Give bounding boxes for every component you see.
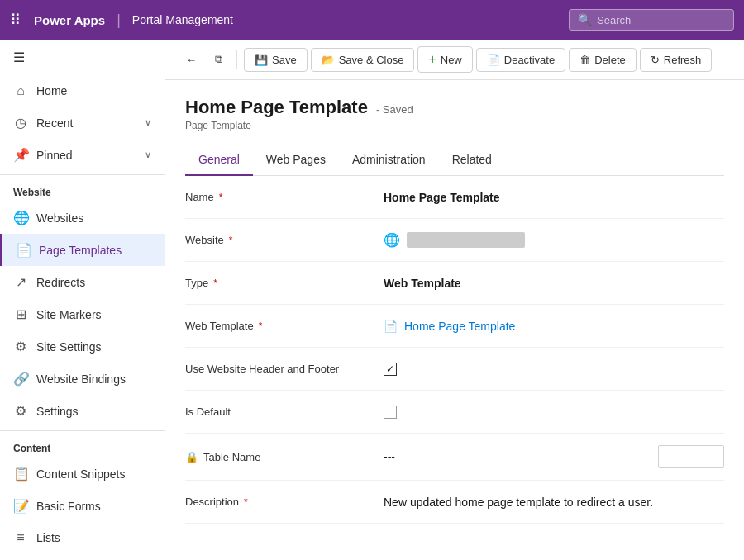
save-label: Save [272,54,297,66]
save-close-button[interactable]: 📂 Save & Close [311,48,415,72]
app-label: Portal Management [132,13,233,26]
sidebar-item-content-snippets[interactable]: 📋 Content Snippets [0,458,165,490]
new-button[interactable]: + New [417,46,472,73]
sidebar-item-basic-forms[interactable]: 📝 Basic Forms [0,490,165,522]
page-title: Home Page Template [185,97,368,118]
sidebar-site-markers-label: Site Markers [36,308,102,321]
header-footer-checkbox[interactable]: ✓ [384,363,397,376]
sidebar-item-home[interactable]: ⌂ Home [0,75,165,107]
website-label: Website * [185,234,384,246]
form-row-is-default: Is Default [185,391,724,434]
sidebar-item-websites[interactable]: 🌐 Websites [0,202,165,234]
form-row-web-template: Web Template * 📄 Home Page Template [185,305,724,348]
sidebar-item-settings[interactable]: ⚙ Settings [0,395,165,427]
website-bindings-icon: 🔗 [13,371,28,387]
sidebar-page-templates-label: Page Templates [39,244,122,257]
save-close-icon: 📂 [322,54,335,66]
type-required: * [213,278,217,289]
sidebar-divider-2 [0,430,165,431]
redirects-icon: ↗ [13,274,28,290]
header-footer-label: Use Website Header and Footer [185,363,384,375]
tab-related[interactable]: Related [439,145,505,176]
sidebar-basic-forms-label: Basic Forms [36,500,101,513]
table-name-input[interactable] [658,445,724,468]
pin-icon: 📌 [13,147,28,163]
site-markers-icon: ⊞ [13,306,28,322]
topbar: ⠿ Power Apps | Portal Management 🔍 [0,0,744,40]
delete-button[interactable]: 🗑 Delete [569,48,637,72]
sidebar-item-pinned[interactable]: 📌 Pinned ∨ [0,139,165,171]
content-area: ← ⧉ 💾 Save 📂 Save & Close + New 📄 Deacti… [165,40,744,560]
description-label: Description * [185,496,384,508]
new-label: New [441,54,462,66]
save-button[interactable]: 💾 Save [244,48,308,72]
sidebar: ☰ ⌂ Home ◷ Recent ∨ 📌 Pinned ∨ Website 🌐… [0,40,165,560]
tab-administration[interactable]: Administration [339,145,439,176]
sidebar-item-redirects[interactable]: ↗ Redirects [0,266,165,298]
page-header: Home Page Template - Saved Page Template [185,97,724,131]
page-subtitle: Page Template [185,120,724,131]
hamburger-button[interactable]: ☰ [0,40,165,75]
sidebar-settings-label: Settings [36,405,79,418]
deactivate-button[interactable]: 📄 Deactivate [476,48,565,72]
web-template-value[interactable]: 📄 Home Page Template [384,320,724,333]
web-template-required: * [259,320,263,332]
search-box[interactable]: 🔍 [569,9,734,31]
search-input[interactable] [597,14,725,26]
apps-icon[interactable]: ⠿ [10,11,21,29]
table-name-label: 🔒 Table Name [185,451,384,463]
name-label: Name * [185,191,384,203]
deactivate-label: Deactivate [504,54,555,66]
page-content: Home Page Template - Saved Page Template… [165,80,744,560]
description-text: New updated home page template to redire… [384,496,653,509]
settings-icon: ⚙ [13,403,28,419]
page-saved-status: - Saved [376,103,413,116]
form-row-table-name: 🔒 Table Name --- [185,434,724,481]
website-value: 🌐 ████████████ [384,232,724,248]
name-value: Home Page Template [384,191,724,204]
sidebar-divider-1 [0,174,165,175]
recent-icon: ◷ [13,115,28,131]
site-settings-icon: ⚙ [13,339,28,354]
sidebar-item-site-settings[interactable]: ⚙ Site Settings [0,330,165,363]
deactivate-icon: 📄 [487,54,500,66]
back-icon: ← [186,54,197,66]
main-layout: ☰ ⌂ Home ◷ Recent ∨ 📌 Pinned ∨ Website 🌐… [0,40,744,560]
website-required: * [229,235,233,246]
is-default-checkbox[interactable] [384,406,397,419]
doc-icon: 📄 [384,320,398,333]
is-default-label: Is Default [185,406,384,418]
websites-icon: 🌐 [13,210,28,225]
globe-icon: 🌐 [384,232,400,248]
home-icon: ⌂ [13,83,28,98]
type-value: Web Template [384,277,724,290]
form-area: Name * Home Page Template Website * 🌐 ██… [185,176,724,524]
back-button[interactable]: ← [179,48,204,72]
restore-button[interactable]: ⧉ [207,47,230,72]
new-icon: + [428,52,436,67]
basic-forms-icon: 📝 [13,498,28,514]
sidebar-item-recent[interactable]: ◷ Recent ∨ [0,107,165,139]
sidebar-pinned-label: Pinned [36,149,73,162]
refresh-button[interactable]: ↻ Refresh [640,48,713,72]
form-row-website: Website * 🌐 ████████████ [185,219,724,262]
sidebar-lists-label: Lists [36,531,60,544]
save-close-label: Save & Close [339,54,404,66]
sidebar-item-website-bindings[interactable]: 🔗 Website Bindings [0,363,165,395]
sidebar-item-page-templates[interactable]: 📄 Page Templates [0,234,165,266]
save-icon: 💾 [255,54,268,66]
sidebar-content-snippets-label: Content Snippets [36,467,125,481]
description-value: New updated home page template to redire… [384,496,724,509]
tab-general[interactable]: General [185,145,253,176]
website-blurred: ████████████ [407,232,525,248]
tab-web-pages[interactable]: Web Pages [253,145,339,176]
sidebar-item-site-markers[interactable]: ⊞ Site Markers [0,298,165,330]
sidebar-item-lists[interactable]: ≡ Lists [0,522,165,553]
name-required: * [219,192,223,203]
page-templates-icon: 📄 [16,242,31,258]
toolbar: ← ⧉ 💾 Save 📂 Save & Close + New 📄 Deacti… [165,40,744,80]
chevron-down-icon-pinned: ∨ [145,149,151,160]
sidebar-site-settings-label: Site Settings [36,340,102,354]
web-template-link: Home Page Template [404,320,515,333]
refresh-label: Refresh [664,54,702,66]
